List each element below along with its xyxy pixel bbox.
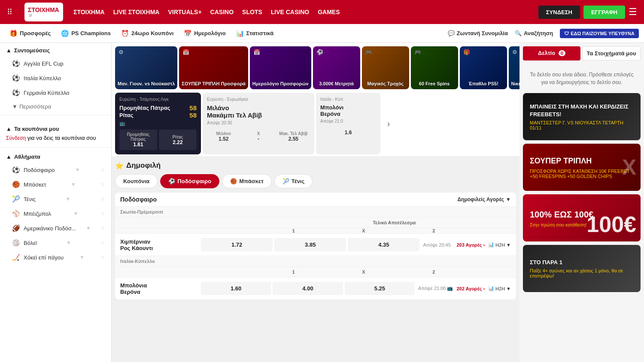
odd-btn-1[interactable]: Μιλάνο 1.52: [207, 129, 240, 145]
odd-btn-team1[interactable]: Προμηθέας Πάτρας 1.61: [119, 130, 157, 150]
h2h-button[interactable]: 📊 H2H ▼: [488, 286, 511, 291]
coupons-login-link[interactable]: Σύνδεση: [6, 135, 26, 141]
bet-row-1: Μπολόνια Βερόνα 1.60 4.00 5.25 Απόψε 21:…: [115, 277, 516, 299]
odd-btn-2[interactable]: Μακ. Τελ Αβίβ 2.55: [277, 129, 310, 145]
register-button[interactable]: ΕΓΓΡΑΦΗ: [583, 6, 625, 19]
responsible-gaming-badge[interactable]: 🛡 ΕΔΩ ΠΑΙΖΟΥΜΕ ΥΠΕΥΘΥΝΑ: [560, 29, 639, 38]
sidebar-item-tennis[interactable]: 🎾 Τένις ▼ ☆: [0, 192, 111, 206]
tab-tennis[interactable]: 🎾 Τένις: [274, 174, 313, 188]
tab-coupons[interactable]: Κουπόνια: [115, 174, 158, 188]
markets-link[interactable]: 203 Αγορές ›: [456, 242, 485, 247]
nav-casino[interactable]: CASINO: [210, 9, 234, 15]
promo-card-3[interactable]: ⚽ 3.000€ Μετρητά: [313, 46, 360, 89]
markets-link[interactable]: 202 Αγορές ›: [456, 286, 485, 291]
more-shortcuts[interactable]: ▼ Περισσότερα: [0, 100, 111, 113]
nav-livecasino[interactable]: LIVE CASINO: [271, 9, 309, 15]
chevron-down-icon: ▼: [506, 286, 511, 291]
live-match-card-2[interactable]: Ιταλία - Κύπ Μπολόνι Βερόνα Απόψε 21:0 1…: [316, 93, 380, 154]
search-button[interactable]: 🔍 Αναζήτηση: [515, 30, 553, 36]
ad-text: ΣΤΟ ΠΑΡΑ 1: [530, 259, 634, 266]
odd-x-btn[interactable]: 3.85: [274, 238, 346, 251]
h2h-button[interactable]: 📊 H2H ▼: [488, 242, 511, 247]
ad-banner-1[interactable]: ΣΟΥΠΕΡ ΤΡΙΠΛΗ ΠΡΟΣΦΟΡΑ ΧΩΡΙΣ ΚΑΤΑΘΕΣΗ 10…: [523, 144, 641, 191]
chevron-down-icon: ▼: [86, 225, 91, 231]
subnav-24hour[interactable]: ⏰ 24ωρο Κουπόνι: [117, 27, 178, 40]
ad-banner-2[interactable]: 100€ 100% ΕΩΣ 100€ Στην πρώτη σου κατάθε…: [523, 194, 641, 241]
odd-x-btn[interactable]: 4.00: [273, 282, 343, 295]
sidebar-item-england-efl[interactable]: ⚽ Αγγλία EFL Cup: [0, 56, 111, 71]
tab-basketball[interactable]: 🏀 Μπάσκετ: [222, 174, 272, 188]
promo-card-5[interactable]: 🎮 60 Free Spins: [411, 46, 458, 89]
star-icon: ☆: [100, 196, 105, 202]
market-col-x: X: [329, 269, 398, 275]
bar-chart-icon: 📊: [488, 286, 494, 291]
subnav-calendar[interactable]: 📅 Ημερολόγιο: [179, 27, 230, 40]
promo-card-7[interactable]: ⚙ Νικητής Εβδομάδας: [509, 46, 519, 89]
nav-stoixima[interactable]: ΣΤΟΙΧΗΜΑ: [73, 9, 105, 15]
match-team1: Μιλάνο: [207, 104, 310, 112]
betslip-empty-message: Το δελτίο σου είναι άδειο. Πρόσθεσε επιλ…: [523, 64, 641, 93]
subnav-stats[interactable]: 📊 Στατιστικά: [232, 27, 278, 40]
tennis-icon: 🎾: [12, 195, 20, 203]
ad-banner-0[interactable]: ΜΠΑΙΝΕΙΣ ΣΤΗ ΜΑΧΗ ΚΑΙ ΚΕΡΔΙΖΕΙΣ FREEBETS…: [523, 93, 641, 140]
sidebar-item-italy-cup[interactable]: ⚽ Ιταλία Κύπελλο: [0, 71, 111, 85]
promo-card-1[interactable]: 📅 ΣΟΥΠΕΡ ΤΡΙΠΛΗ Προσφορά: [179, 46, 248, 89]
nav-games[interactable]: GAMES: [318, 9, 340, 15]
bet-odds-group: 1.72 3.85 4.35: [201, 238, 419, 251]
main-layout: ▲ Συντομεύσεις ⚽ Αγγλία EFL Cup ⚽ Ιταλία…: [0, 43, 644, 362]
logo[interactable]: ΣΤΟΙΧΗΜΑ .gr: [24, 3, 63, 21]
match-team2: Ρίτας 58: [119, 112, 197, 119]
chevron-down-icon: ▼: [506, 242, 511, 247]
nav-live[interactable]: LIVE ΣΤΟΙΧΗΜΑ: [113, 9, 160, 15]
subnav-ps-champions[interactable]: 🌐 PS Champions: [57, 27, 115, 40]
chevron-down-icon: ▼: [73, 211, 79, 217]
hamburger-menu-button[interactable]: ☰: [629, 6, 637, 18]
sidebar-item-hockey[interactable]: 🏒 Χόκεϊ επί πάγου ▼ ☆: [0, 250, 111, 265]
sidebar-item-volleyball[interactable]: 🏐 Βόλεϊ ▼ ☆: [0, 235, 111, 250]
sports-header[interactable]: ▲ Αθλήματα: [0, 149, 111, 163]
soccer-tab-icon: ⚽: [168, 178, 175, 184]
chevron-down-icon: ▼: [79, 254, 85, 260]
odd-btn-x[interactable]: X -: [242, 129, 275, 145]
matches-next-button[interactable]: ›: [382, 93, 395, 154]
popular-markets-button[interactable]: Δημοφιλείς Αγορές ▼: [457, 196, 511, 202]
nav-slots[interactable]: SLOTS: [242, 9, 262, 15]
promo-card-2[interactable]: 📅 Ημερολόγιο Προσφορών: [250, 46, 311, 89]
tab-soccer[interactable]: ⚽ Ποδόσφαιρο: [160, 174, 219, 188]
my-bets-tab[interactable]: Τα Στοιχήματά μου: [582, 46, 641, 60]
sidebar-item-soccer[interactable]: ⚽ Ποδόσφαιρο ▼ ☆: [0, 163, 111, 177]
odd-1-btn[interactable]: 1.60: [201, 282, 271, 295]
promo-card-6[interactable]: 🎁 Έπαθλο PS5!: [460, 46, 507, 89]
col-2: 2: [400, 228, 468, 233]
promo-card-0[interactable]: ⚙ Μαν. Γιουν. vs Νιούκαστλ: [115, 46, 177, 89]
odd-2-btn[interactable]: 4.35: [348, 238, 419, 251]
odd-btn-1[interactable]: 1.6: [320, 127, 376, 138]
login-button[interactable]: ΣΥΝΔΕΣΗ: [538, 6, 580, 19]
promo-card-4[interactable]: 🎮 Μαγικός Τροχός: [362, 46, 409, 89]
clock-icon: ⏰: [121, 30, 129, 37]
sidebar-item-american-football[interactable]: 🏈 Αμερικάνικο Ποδόσ... ▼ ☆: [0, 221, 111, 235]
live-match-card-1[interactable]: Ευρώπη - Ευρωλίγκα Μιλάνο Μακάμπι Τελ Αβ…: [203, 93, 314, 154]
ad-banner-3[interactable]: ΣΤΟ ΠΑΡΑ 1 Παίξε 4+ αγώνες και αν χάσεις…: [523, 245, 641, 292]
gear-icon: ⚙: [512, 49, 517, 55]
sidebar-item-baseball[interactable]: ⚾ Μπέιζμπολ ▼ ☆: [0, 206, 111, 221]
chevron-down-icon: ▼: [66, 196, 71, 202]
odd-1-btn[interactable]: 1.72: [201, 238, 273, 251]
my-coupons-header[interactable]: ▲ Τα κουπόνια μου: [6, 121, 105, 135]
bet-teams: Μπολόνια Βερόνα: [120, 282, 197, 295]
subnav-prosfores[interactable]: 🎁 Προσφορές: [5, 27, 55, 40]
sidebar-item-basketball[interactable]: 🏀 Μπάσκετ ▼ ☆: [0, 177, 111, 192]
shortcuts-header[interactable]: ▲ Συντομεύσεις: [0, 43, 111, 56]
star-icon: ☆: [100, 254, 105, 260]
bet-section-0: Ποδόσφαιρο Δημοφιλείς Αγορές ▼ Σκωτία-Πρ…: [115, 193, 516, 299]
betslip-tab[interactable]: Δελτίο 0: [523, 46, 580, 60]
chat-button[interactable]: 💬 Ζωντανή Συνομιλία: [448, 30, 508, 36]
grid-icon[interactable]: ⠿: [7, 7, 12, 17]
live-match-card-0[interactable]: Ευρώπη - Τσάμπιονς Λιγκ Προμηθέας Πάτρας…: [115, 93, 201, 154]
chevron-up-icon: ▲: [6, 47, 12, 54]
nav-virtuals[interactable]: VIRTUALS+: [168, 9, 201, 15]
sidebar-item-germany-cup[interactable]: ⚽ Γερμανία Κύπελλο: [0, 85, 111, 100]
odd-btn-team2[interactable]: Ρίτας 2.22: [159, 130, 197, 150]
match-team1: Προμηθέας Πάτρας 58: [119, 104, 197, 112]
odd-2-btn[interactable]: 5.25: [345, 282, 415, 295]
